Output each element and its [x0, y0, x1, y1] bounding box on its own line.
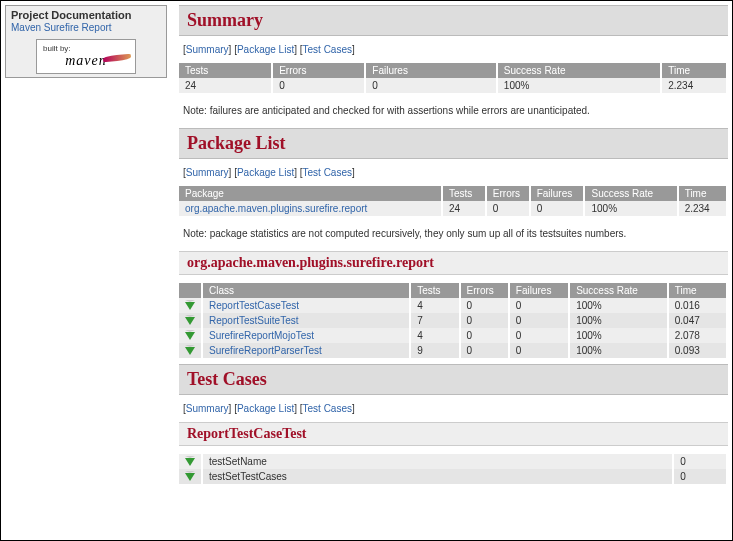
testcase-detail-header: ReportTestCaseTest: [179, 422, 728, 446]
cell-tests: 24: [179, 78, 272, 93]
class-row: ReportTestCaseTest400100%0.016: [179, 298, 727, 313]
builtby-badge: built by: maven: [36, 39, 136, 74]
cell-errors: 0: [486, 201, 530, 216]
col-tests: Tests: [179, 63, 272, 78]
nav-links: [Summary] [Package List] [Test Cases]: [179, 159, 728, 186]
class-link[interactable]: ReportTestSuiteTest: [209, 315, 299, 326]
testcase-name: testSetTestCases: [202, 469, 673, 484]
cell-tests: 24: [442, 201, 486, 216]
cell-time: 2.234: [678, 201, 727, 216]
package-note: Note: package statistics are not compute…: [179, 222, 728, 251]
nav-summary[interactable]: Summary: [186, 44, 229, 55]
col-tests: Tests: [442, 186, 486, 201]
testcase-value: 0: [673, 469, 727, 484]
class-link[interactable]: SurefireReportParserTest: [209, 345, 322, 356]
cell-errors: 0: [460, 328, 509, 343]
nav-package-list[interactable]: Package List: [237, 167, 294, 178]
cell-success-rate: 100%: [569, 298, 668, 313]
sidebar-link-report[interactable]: Maven Surefire Report: [11, 22, 112, 33]
col-time: Time: [668, 283, 727, 298]
sidebar: Project Documentation Maven Surefire Rep…: [5, 5, 167, 536]
test-cases-header: Test Cases: [179, 364, 728, 395]
cell-failures: 0: [509, 343, 569, 358]
package-list-header: Package List: [179, 128, 728, 159]
success-icon: [185, 332, 195, 340]
summary-header: Summary: [179, 5, 728, 36]
col-class: Class: [202, 283, 410, 298]
col-package: Package: [179, 186, 442, 201]
summary-table: Tests Errors Failures Success Rate Time …: [179, 63, 728, 93]
success-icon: [185, 458, 195, 466]
cell-time: 0.016: [668, 298, 727, 313]
nav-links: [Summary] [Package List] [Test Cases]: [179, 395, 728, 422]
cell-failures: 0: [509, 328, 569, 343]
success-icon: [185, 317, 195, 325]
nav-test-cases[interactable]: Test Cases: [303, 44, 352, 55]
package-detail-header: org.apache.maven.plugins.surefire.report: [179, 251, 728, 275]
class-row: ReportTestSuiteTest700100%0.047: [179, 313, 727, 328]
cell-tests: 4: [410, 298, 459, 313]
class-link[interactable]: SurefireReportMojoTest: [209, 330, 314, 341]
col-success-rate: Success Rate: [569, 283, 668, 298]
cell-errors: 0: [272, 78, 365, 93]
nav-test-cases[interactable]: Test Cases: [303, 403, 352, 414]
cell-time: 2.078: [668, 328, 727, 343]
cell-time: 0.093: [668, 343, 727, 358]
testcase-table: testSetName0testSetTestCases0: [179, 454, 728, 484]
col-errors: Errors: [460, 283, 509, 298]
package-detail-title: org.apache.maven.plugins.surefire.report: [187, 255, 720, 271]
cell-success-rate: 100%: [584, 201, 677, 216]
package-list-title: Package List: [187, 133, 720, 154]
nav-summary[interactable]: Summary: [186, 403, 229, 414]
col-time: Time: [661, 63, 727, 78]
col-errors: Errors: [486, 186, 530, 201]
package-table: Package Tests Errors Failures Success Ra…: [179, 186, 728, 216]
cell-failures: 0: [509, 313, 569, 328]
col-failures: Failures: [530, 186, 585, 201]
nav-summary[interactable]: Summary: [186, 167, 229, 178]
cell-time: 2.234: [661, 78, 727, 93]
class-row: SurefireReportMojoTest400100%2.078: [179, 328, 727, 343]
maven-logo: maven: [43, 53, 129, 69]
nav-links: [Summary] [Package List] [Test Cases]: [179, 36, 728, 63]
summary-row: 24 0 0 100% 2.234: [179, 78, 727, 93]
cell-failures: 0: [530, 201, 585, 216]
package-link[interactable]: org.apache.maven.plugins.surefire.report: [185, 203, 367, 214]
col-failures: Failures: [365, 63, 497, 78]
testcase-row: testSetTestCases0: [179, 469, 727, 484]
testcase-name: testSetName: [202, 454, 673, 469]
cell-success-rate: 100%: [497, 78, 661, 93]
cell-failures: 0: [365, 78, 497, 93]
testcase-value: 0: [673, 454, 727, 469]
testcase-row: testSetName0: [179, 454, 727, 469]
class-link[interactable]: ReportTestCaseTest: [209, 300, 299, 311]
cell-tests: 9: [410, 343, 459, 358]
class-table: Class Tests Errors Failures Success Rate…: [179, 283, 728, 358]
cell-errors: 0: [460, 343, 509, 358]
col-errors: Errors: [272, 63, 365, 78]
col-tests: Tests: [410, 283, 459, 298]
test-cases-title: Test Cases: [187, 369, 720, 390]
sidebar-box: Project Documentation Maven Surefire Rep…: [5, 5, 167, 78]
cell-errors: 0: [460, 313, 509, 328]
testcase-detail-title: ReportTestCaseTest: [187, 426, 720, 442]
cell-success-rate: 100%: [569, 328, 668, 343]
nav-package-list[interactable]: Package List: [237, 403, 294, 414]
main-content: Summary [Summary] [Package List] [Test C…: [179, 5, 728, 536]
success-icon: [185, 473, 195, 481]
class-row: SurefireReportParserTest900100%0.093: [179, 343, 727, 358]
summary-title: Summary: [187, 10, 720, 31]
nav-test-cases[interactable]: Test Cases: [303, 167, 352, 178]
cell-success-rate: 100%: [569, 343, 668, 358]
cell-tests: 4: [410, 328, 459, 343]
col-success-rate: Success Rate: [584, 186, 677, 201]
col-failures: Failures: [509, 283, 569, 298]
builtby-label: built by:: [43, 44, 129, 53]
cell-tests: 7: [410, 313, 459, 328]
success-icon: [185, 302, 195, 310]
sidebar-title: Project Documentation: [11, 9, 161, 21]
cell-failures: 0: [509, 298, 569, 313]
nav-package-list[interactable]: Package List: [237, 44, 294, 55]
summary-note: Note: failures are anticipated and check…: [179, 99, 728, 128]
success-icon: [185, 347, 195, 355]
